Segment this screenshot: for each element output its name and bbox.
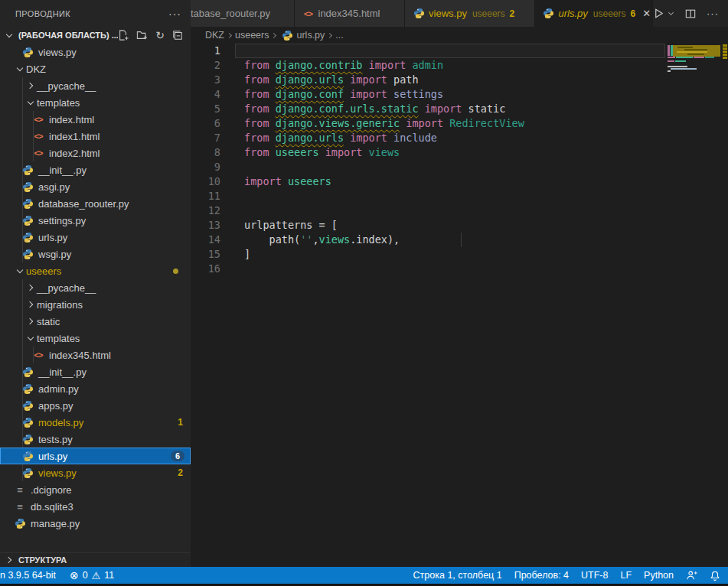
tree-item-models-py[interactable]: models.py1 [0,414,191,431]
tree-item-static[interactable]: static [0,313,191,330]
cursor-position-status[interactable]: Строка 1, столбец 1 [413,570,502,581]
feedback-icon[interactable] [686,570,697,581]
line-number[interactable]: 4 [191,87,227,102]
tree-item-apps-py[interactable]: apps.py [0,397,191,414]
explorer-more-icon[interactable]: ··· [168,8,181,20]
code-line-6[interactable]: 6from django.views.generic import Redire… [191,116,728,131]
tree-item-init-py[interactable]: __init__.py [0,363,191,380]
tree-item-database-roouter-py[interactable]: database_roouter.py [0,195,191,212]
tree-item-settings-py[interactable]: settings.py [0,212,191,229]
tab-views-py[interactable]: views.pyuseeers2 [405,0,534,27]
line-number[interactable]: 5 [191,102,227,116]
line-number[interactable]: 13 [191,218,227,233]
tab-urls-py[interactable]: urls.pyuseeers6✕ [535,0,654,27]
line-number[interactable]: 9 [191,160,227,174]
code-line-8[interactable]: 8from useeers import views [191,145,728,160]
split-editor-button[interactable] [685,8,696,19]
tree-item-tests-py[interactable]: tests.py [0,431,191,448]
tree-item-index-html[interactable]: <>index.html [0,111,191,128]
tree-item-index1-html[interactable]: <>index1.html [0,128,191,145]
line-number[interactable]: 16 [191,262,227,276]
tree-item-dcignore[interactable]: ≡.dcignore [0,481,191,498]
chevron-right-icon [3,554,15,566]
code-line-2[interactable]: 2from django.contrib import admin [191,58,728,73]
line-number[interactable]: 11 [191,189,227,203]
line-number[interactable]: 3 [191,73,227,87]
breadcrumb-item-urls-py[interactable]: urls.py [279,29,325,41]
tree-item-init-py[interactable]: __init__.py [0,161,191,178]
line-number[interactable]: 14 [191,233,227,247]
tree-item-dkz[interactable]: DKZ [0,60,191,77]
chevron-down-icon[interactable] [667,8,674,20]
language-mode-status[interactable]: Python [644,570,674,581]
tree-item-useeers[interactable]: useeers [0,262,191,279]
code-line-16[interactable]: 16 [191,262,728,276]
tree-item-index2-html[interactable]: <>index2.html [0,145,191,161]
run-python-button[interactable] [653,8,674,20]
new-file-icon[interactable] [118,30,129,41]
minimap[interactable] [668,44,720,567]
more-actions-icon[interactable]: ··· [707,8,719,19]
refresh-icon[interactable]: ↻ [155,29,165,41]
tab-index345-html[interactable]: <>index345.html [295,0,406,27]
code-line-3[interactable]: 3from django.urls import path [191,73,728,87]
tree-item-label: index1.html [49,131,100,142]
line-number[interactable]: 7 [191,131,227,145]
tree-item-wsgi-py[interactable]: wsgi.py [0,246,191,262]
code-line-13[interactable]: 13urlpatterns = [ [191,218,728,233]
tree-item-manage-py[interactable]: manage.py [0,515,191,532]
code-line-9[interactable]: 9 [191,160,728,174]
indentation-status[interactable]: Пробелов: 4 [514,570,569,581]
html-file-icon: <> [32,349,44,361]
tree-item-views-py[interactable]: views.py [0,44,191,60]
code-line-5[interactable]: 5from django.conf.urls.static import sta… [191,102,728,116]
outline-section-header[interactable]: СТРУКТУРА [0,552,191,567]
tree-item-urls-py[interactable]: urls.py6 [0,448,191,464]
line-number[interactable]: 6 [191,116,227,131]
breadcrumb-item-[interactable]: ... [335,30,343,41]
code-line-7[interactable]: 7from django.urls import include [191,131,728,145]
code-line-15[interactable]: 15] [191,247,728,262]
encoding-status[interactable]: UTF-8 [581,570,608,581]
code-line-12[interactable]: 12 [191,203,728,218]
code-line-11[interactable]: 11 [191,189,728,203]
tree-item-db-sqlite3[interactable]: ≡db.sqlite3 [0,498,191,515]
tree-item-urls-py[interactable]: urls.py [0,229,191,246]
code-line-14[interactable]: 14 path('',views.index), [191,233,728,247]
overview-ruler[interactable] [720,44,728,567]
collapse-all-icon[interactable] [172,30,183,41]
problems-status[interactable]: ⊗ 0 ⚠ 11 [70,569,114,581]
line-number[interactable]: 2 [191,58,227,73]
tree-item-templates[interactable]: templates [0,94,191,111]
new-folder-icon[interactable] [136,30,148,41]
eol-status[interactable]: LF [620,570,632,581]
workspace-section-header[interactable]: (РАБОЧАЯ ОБЛАСТЬ) ... ↻ [0,27,191,44]
line-number[interactable]: 15 [191,247,227,262]
close-icon[interactable]: ✕ [642,8,651,19]
line-number[interactable]: 1 [191,44,227,58]
breadcrumb-item-dkz[interactable]: DKZ [205,30,224,41]
code-line-1[interactable]: 1 [191,44,728,58]
tab-tabase-roouter-py[interactable]: tabase_roouter.py [191,0,295,27]
tree-item-label: asgi.py [38,181,70,193]
tree-item-index345-html[interactable]: <>index345.html [0,347,191,363]
tree-item-pycache[interactable]: __pycache__ [0,279,191,296]
tree-item-asgi-py[interactable]: asgi.py [0,178,191,195]
line-number[interactable]: 12 [191,203,227,218]
tab-label: urls.py [559,8,588,19]
explorer-title: ПРОВОДНИК [15,9,168,18]
line-number[interactable]: 8 [191,145,227,160]
tree-item-migrations[interactable]: migrations [0,296,191,313]
code-text [227,203,244,218]
python-interpreter-status[interactable]: n 3.9.5 64-bit [0,570,56,581]
code-line-4[interactable]: 4from django.conf import settings [191,87,728,102]
tree-item-admin-py[interactable]: admin.py [0,380,191,397]
line-number[interactable]: 10 [191,174,227,189]
code-editor[interactable]: 12from django.contrib import admin3from … [191,44,728,567]
code-line-10[interactable]: 10import useeers [191,174,728,189]
notifications-bell-icon[interactable] [710,570,720,581]
tree-item-views-py[interactable]: views.py2 [0,464,191,481]
breadcrumb-item-useeers[interactable]: useeers [235,30,269,41]
tree-item-templates[interactable]: templates [0,330,191,347]
tree-item-pycache[interactable]: __pycache__ [0,77,191,94]
